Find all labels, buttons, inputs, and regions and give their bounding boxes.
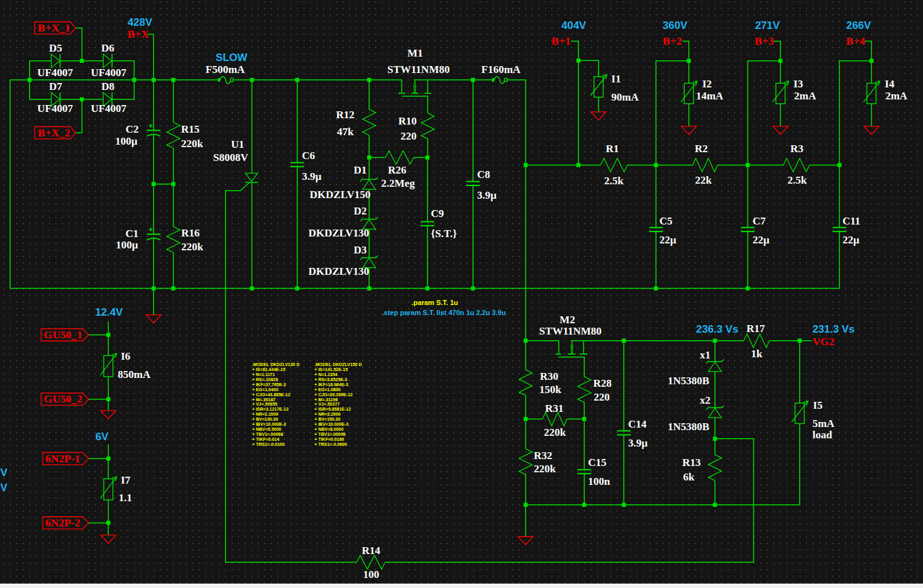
svg-text:2.2Meg: 2.2Meg [381,177,415,189]
svg-text:D5: D5 [49,42,62,54]
svg-text:850mA: 850mA [118,369,151,380]
svg-text:R12: R12 [336,109,355,121]
svg-text:UF4007: UF4007 [91,67,126,79]
svg-text:R16: R16 [181,227,199,239]
svg-text:+ NR=2.1000: + NR=2.1000 [252,412,279,416]
svg-text:1N5380B: 1N5380B [668,421,709,433]
svg-text:U1: U1 [231,138,245,150]
svg-text:150k: 150k [539,384,562,396]
svg-text:220k: 220k [534,463,556,475]
svg-text:R15: R15 [181,123,199,135]
svg-text:1k: 1k [751,348,763,360]
svg-text:I7: I7 [121,474,131,486]
svg-text:R17: R17 [746,323,765,335]
svg-text:B+X_2: B+X_2 [38,126,70,139]
svg-text:+ RS=.10828: + RS=.10828 [252,377,278,382]
svg-text:R2: R2 [695,143,708,155]
svg-text:47k: 47k [337,126,354,138]
svg-text:+ IS=81.444E-15: + IS=81.444E-15 [252,367,285,372]
svg-text:3.9µ: 3.9µ [477,189,497,201]
svg-text:+ EG=1.0400: + EG=1.0400 [252,387,279,392]
svg-text:.param S.T. 1u: .param S.T. 1u [412,299,458,306]
svg-text:load: load [812,429,832,441]
svg-text:5mA: 5mA [812,418,835,430]
svg-text:+ TRS1=-0.0600: + TRS1=-0.0600 [314,442,347,447]
svg-text:R10: R10 [399,115,417,127]
svg-text:220k: 220k [544,426,567,438]
svg-text:.MODEL DKDZLV130 D: .MODEL DKDZLV130 D [252,362,300,367]
svg-text:C2: C2 [126,123,139,135]
svg-text:3.9µ: 3.9µ [628,437,648,449]
svg-text:UF4007: UF4007 [37,67,73,79]
svg-text:+ BV=150.30: + BV=150.30 [314,417,340,421]
svg-text:100: 100 [363,569,380,580]
svg-text:{S.T.}: {S.T.} [431,228,457,240]
svg-text:C9: C9 [431,208,444,219]
svg-text:+ VJ=.50655: + VJ=.50655 [252,402,277,406]
svg-text:D7: D7 [49,80,62,92]
svg-text:M2: M2 [560,314,575,326]
svg-text:D8: D8 [101,80,114,92]
svg-text:DKDZLV130: DKDZLV130 [308,265,369,277]
svg-text:+ TBV1=.00098: + TBV1=.00098 [314,432,346,436]
svg-text:+ TRS1=-0.0100: + TRS1=-0.0100 [252,442,285,447]
svg-text:R26: R26 [388,164,406,176]
svg-text:F500mA: F500mA [206,64,245,75]
svg-text:.MODEL DKDZLV150 D: .MODEL DKDZLV150 D [314,362,362,367]
svg-text:V: V [1,482,8,494]
svg-text:R3: R3 [790,143,804,155]
svg-text:360V: 360V [663,19,688,31]
svg-text:+ N=1.1171: + N=1.1171 [252,372,275,377]
svg-text:I5: I5 [813,399,822,411]
svg-text:GU50_2: GU50_2 [44,392,82,405]
svg-text:I2: I2 [702,78,712,90]
svg-text:D6: D6 [101,42,114,54]
svg-text:R14: R14 [362,545,380,557]
svg-text:D2: D2 [354,205,367,217]
svg-text:C1: C1 [126,228,139,240]
svg-text:S8008V: S8008V [213,152,248,164]
svg-text:.step param S.T. list 470n 1u: .step param S.T. list 470n 1u 2.2u 3.9u [382,309,506,316]
svg-text:+ CJO=43.885E-12: + CJO=43.885E-12 [252,392,290,397]
svg-text:271V: 271V [755,19,780,31]
svg-text:1N5380B: 1N5380B [668,375,709,387]
svg-text:VG2: VG2 [812,335,834,348]
svg-text:x1: x1 [700,349,710,361]
svg-text:220: 220 [594,391,610,403]
svg-text:R32: R32 [534,450,552,462]
svg-text:F160mA: F160mA [482,64,521,75]
svg-text:D1: D1 [354,164,367,176]
svg-text:I6: I6 [121,350,130,362]
svg-text:22µ: 22µ [753,234,770,246]
svg-text:V: V [1,467,8,479]
svg-text:22µ: 22µ [843,234,859,246]
svg-text:+ N=1.1354: + N=1.1354 [314,372,338,377]
svg-text:I4: I4 [885,78,895,90]
svg-text:2.5k: 2.5k [788,174,807,186]
svg-text:D3: D3 [354,244,367,256]
svg-text:C7: C7 [753,215,766,227]
svg-text:+ TBV1=.00088: + TBV1=.00088 [252,432,284,436]
svg-text:12.4V: 12.4V [95,306,123,318]
svg-text:R30: R30 [540,370,558,382]
svg-text:2mA: 2mA [794,90,817,102]
svg-text:C14: C14 [628,418,647,430]
svg-text:+ CJO=39.269E-12: + CJO=39.269E-12 [314,392,353,397]
svg-text:DKDZLV150: DKDZLV150 [310,189,371,201]
svg-text:DKDZLV130: DKDZLV130 [308,227,369,239]
svg-text:220: 220 [401,130,417,142]
svg-text:I3: I3 [793,78,803,90]
svg-text:+ IKF=16.964E-3: + IKF=16.964E-3 [314,382,348,387]
svg-text:+ ISR=9.8581E-12: + ISR=9.8581E-12 [314,407,351,411]
svg-text:220k: 220k [181,138,204,150]
svg-text:428V: 428V [128,16,153,28]
svg-text:B+3: B+3 [754,35,774,47]
svg-text:R1: R1 [606,143,619,155]
svg-text:C15: C15 [588,457,606,469]
svg-text:2mA: 2mA [885,90,908,102]
svg-text:UF4007: UF4007 [37,103,73,114]
svg-text:+ IKF=37.765E-3: + IKF=37.765E-3 [252,382,286,387]
svg-text:C11: C11 [843,215,860,227]
svg-text:266V: 266V [846,19,871,31]
svg-text:6N2P-2: 6N2P-2 [45,516,80,529]
